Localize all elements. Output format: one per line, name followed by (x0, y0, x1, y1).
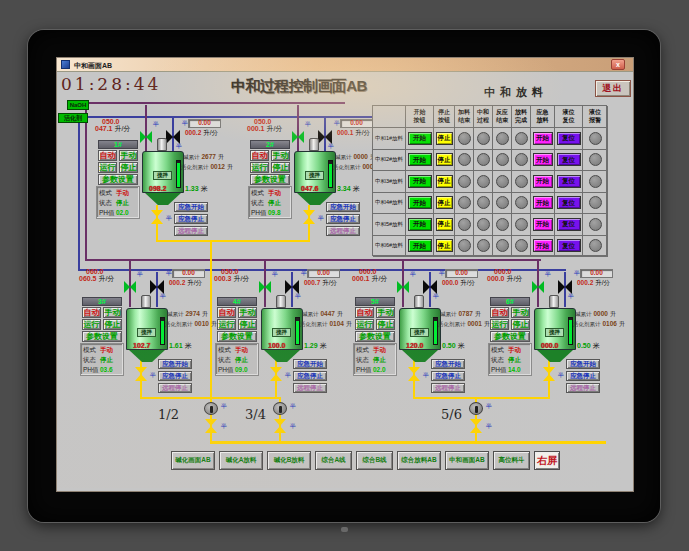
info-value: 02.0 (373, 367, 386, 374)
nav-button-8[interactable]: 高位料斗 (493, 451, 530, 470)
exit-button[interactable]: 退出 (595, 80, 631, 97)
table-reset-button[interactable]: 复位 (557, 132, 581, 145)
stirrer-label: 搅拌 (545, 328, 564, 337)
nav-button-5[interactable]: 综合B线 (356, 451, 393, 470)
emergency-start-button[interactable]: 应急开始 (158, 359, 192, 369)
table-start-button[interactable]: 开始 (408, 153, 432, 166)
stop-button[interactable]: 停止 (376, 319, 395, 330)
auto-button[interactable]: 自动 (98, 150, 117, 161)
nav-button-4[interactable]: 综合A线 (315, 451, 352, 470)
inlet-valve-naoh-6-right (538, 281, 544, 293)
table-reset-button[interactable]: 复位 (557, 175, 581, 188)
table-stop-button[interactable]: 停止 (436, 218, 453, 231)
remote-stop-button[interactable]: 远程停止 (566, 383, 600, 393)
remote-stop-button[interactable]: 远程停止 (174, 226, 208, 236)
run-button[interactable]: 运行 (217, 319, 236, 330)
emergency-start-button[interactable]: 应急开始 (174, 202, 208, 212)
table-start-button[interactable]: 开始 (408, 196, 432, 209)
status-lamp (477, 175, 490, 188)
run-button[interactable]: 运行 (82, 319, 101, 330)
params-button[interactable]: 参数设置 (98, 174, 138, 185)
run-button[interactable]: 运行 (98, 162, 117, 173)
run-button[interactable]: 运行 (250, 162, 269, 173)
unit-display-flow-value: 000.2 (169, 279, 185, 286)
unit-total2-unit: 升 (227, 164, 233, 170)
manual-button[interactable]: 手动 (376, 307, 395, 318)
inlet-valve-activator-3-right (157, 280, 164, 294)
unit-flow-display: 0.00 (188, 119, 221, 128)
table-cell: 开始 (406, 150, 434, 172)
manual-button[interactable]: 手动 (271, 150, 290, 161)
table-emergency-button[interactable]: 开始 (533, 175, 553, 188)
table-emergency-button[interactable]: 开始 (533, 132, 553, 145)
outlet-valve-4-lower (270, 374, 282, 381)
emergency-stop-button[interactable]: 应急停止 (431, 371, 465, 381)
table-reset-button[interactable]: 复位 (557, 196, 581, 209)
right-screen-button[interactable]: 右屏 (534, 451, 560, 470)
stop-button[interactable]: 停止 (511, 319, 530, 330)
table-row-label: 中和6#放料 (373, 243, 403, 249)
remote-stop-button[interactable]: 远程停止 (431, 383, 465, 393)
table-emergency-button[interactable]: 开始 (533, 153, 553, 166)
table-header-cell: 放料完成 (512, 106, 531, 128)
nav-button-6[interactable]: 综合放料AB (397, 451, 441, 470)
manual-button[interactable]: 手动 (103, 307, 122, 318)
table-reset-button[interactable]: 复位 (557, 153, 581, 166)
table-stop-button[interactable]: 停止 (436, 132, 453, 145)
emergency-start-button[interactable]: 应急开始 (431, 359, 465, 369)
manual-button[interactable]: 手动 (119, 150, 138, 161)
emergency-stop-button[interactable]: 应急停止 (174, 214, 208, 224)
params-button[interactable]: 参数设置 (217, 331, 257, 342)
nav-button-7[interactable]: 中和画面AB (445, 451, 489, 470)
window-close-button[interactable]: x (611, 59, 625, 70)
table-reset-button[interactable]: 复位 (557, 239, 581, 252)
remote-stop-button[interactable]: 远程停止 (158, 383, 192, 393)
table-start-button[interactable]: 开始 (408, 132, 432, 145)
emergency-start-button[interactable]: 应急开始 (566, 359, 600, 369)
remote-stop-button[interactable]: 远程停止 (326, 226, 360, 236)
emergency-stop-button[interactable]: 应急停止 (566, 371, 600, 381)
table-start-button[interactable]: 开始 (408, 239, 432, 252)
table-emergency-button[interactable]: 开始 (533, 218, 553, 231)
params-button[interactable]: 参数设置 (250, 174, 290, 185)
tank-cap (141, 295, 151, 308)
info-label: 状态 (356, 357, 369, 364)
table-start-button[interactable]: 开始 (408, 218, 432, 231)
emergency-stop-button[interactable]: 应急停止 (158, 371, 192, 381)
auto-button[interactable]: 自动 (490, 307, 509, 318)
auto-button[interactable]: 自动 (355, 307, 374, 318)
table-start-button[interactable]: 开始 (408, 175, 432, 188)
table-emergency-button[interactable]: 开始 (533, 239, 553, 252)
table-cell (455, 214, 474, 236)
table-stop-button[interactable]: 停止 (436, 196, 453, 209)
emergency-start-button[interactable]: 应急开始 (326, 202, 360, 212)
stop-button[interactable]: 停止 (119, 162, 138, 173)
run-button[interactable]: 运行 (355, 319, 374, 330)
table-stop-button[interactable]: 停止 (436, 239, 453, 252)
emergency-start-button[interactable]: 应急开始 (293, 359, 327, 369)
nav-button-1[interactable]: 碱化画面AB (171, 451, 215, 470)
params-button[interactable]: 参数设置 (82, 331, 122, 342)
nav-button-3[interactable]: 碱化B放料 (267, 451, 311, 470)
auto-button[interactable]: 自动 (250, 150, 269, 161)
stop-button[interactable]: 停止 (103, 319, 122, 330)
manual-button[interactable]: 手动 (511, 307, 530, 318)
run-button[interactable]: 运行 (490, 319, 509, 330)
manual-button[interactable]: 手动 (238, 307, 257, 318)
table-stop-button[interactable]: 停止 (436, 175, 453, 188)
nav-button-2[interactable]: 碱化A放料 (219, 451, 263, 470)
params-button[interactable]: 参数设置 (490, 331, 530, 342)
table-reset-button[interactable]: 复位 (557, 218, 581, 231)
table-emergency-button[interactable]: 开始 (533, 196, 553, 209)
auto-button[interactable]: 自动 (217, 307, 236, 318)
params-button[interactable]: 参数设置 (355, 331, 395, 342)
inlet-valve-naoh-5 (397, 281, 409, 293)
emergency-stop-button[interactable]: 应急停止 (326, 214, 360, 224)
stop-button[interactable]: 停止 (271, 162, 290, 173)
emergency-stop-button[interactable]: 应急停止 (293, 371, 327, 381)
table-stop-button[interactable]: 停止 (436, 153, 453, 166)
unit-set-flow: 050.0 (221, 268, 239, 275)
auto-button[interactable]: 自动 (82, 307, 101, 318)
stop-button[interactable]: 停止 (238, 319, 257, 330)
remote-stop-button[interactable]: 远程停止 (293, 383, 327, 393)
